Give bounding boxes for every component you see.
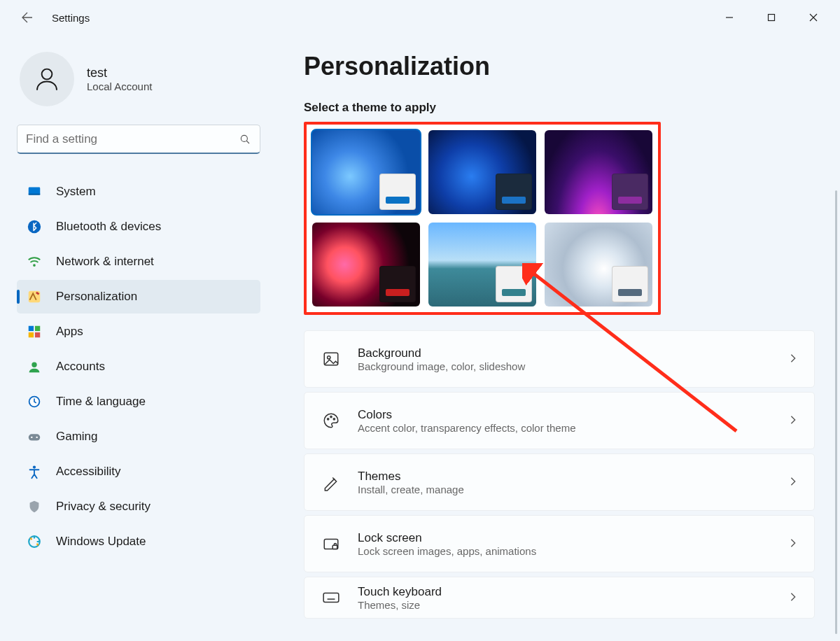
sidebar-item-personalization[interactable]: Personalization [17,280,260,314]
sidebar-item-label: Windows Update [56,535,146,549]
background-icon [321,349,341,369]
theme-grid [304,122,661,315]
gaming-icon [27,429,42,444]
accessibility-icon [27,464,42,479]
theme-tile-6[interactable] [545,223,652,307]
search-input[interactable] [26,132,239,146]
setting-title: Background [358,346,772,360]
sidebar-item-privacy[interactable]: Privacy & security [17,490,260,523]
sidebar-item-bluetooth[interactable]: Bluetooth & devices [17,210,260,244]
sidebar-item-label: Apps [56,325,83,339]
sidebar-item-update[interactable]: Windows Update [17,525,260,558]
svg-point-19 [31,437,32,438]
sidebar-item-label: System [56,185,96,199]
setting-title: Touch keyboard [358,585,772,599]
back-button[interactable] [17,7,38,28]
sidebar-item-network[interactable]: Network & internet [17,245,260,279]
time-icon [27,394,42,409]
minimize-button[interactable] [708,3,750,31]
setting-themes[interactable]: Themes Install, create, manage [304,453,815,511]
setting-sub: Install, create, manage [358,484,772,495]
personalization-icon [27,289,42,304]
person-icon [32,64,62,94]
sidebar-item-label: Bluetooth & devices [56,220,161,234]
setting-title: Lock screen [358,531,772,545]
setting-sub: Background image, color, slideshow [358,360,772,372]
setting-colors[interactable]: Colors Accent color, transparency effect… [304,392,815,449]
apps-icon [27,324,42,339]
svg-point-2 [42,69,52,80]
chevron-right-icon [789,592,797,604]
lock-icon [321,534,341,554]
user-profile[interactable]: test Local Account [20,52,260,106]
theme-tile-4[interactable] [312,223,420,307]
svg-point-3 [241,135,247,141]
svg-point-26 [330,416,332,418]
svg-point-25 [328,418,329,420]
privacy-icon [27,499,42,514]
update-icon [27,534,42,549]
theme-tile-3[interactable] [545,130,652,214]
theme-tile-1[interactable] [312,130,420,214]
svg-point-24 [328,356,330,359]
sidebar-item-gaming[interactable]: Gaming [17,420,260,453]
sidebar-item-accounts[interactable]: Accounts [17,350,260,383]
setting-lock[interactable]: Lock screen Lock screen images, apps, an… [304,515,815,572]
network-icon [27,254,42,269]
sidebar-item-accessibility[interactable]: Accessibility [17,455,260,488]
avatar [20,52,74,106]
chevron-right-icon [789,415,797,427]
setting-sub: Lock screen images, apps, animations [358,545,772,557]
svg-point-8 [33,264,36,267]
sidebar-item-apps[interactable]: Apps [17,315,260,348]
profile-sub: Local Account [87,80,152,92]
sidebar-item-label: Accounts [56,360,105,374]
svg-rect-1 [769,15,775,21]
sidebar-item-label: Personalization [56,290,137,304]
svg-rect-29 [332,545,337,549]
system-icon [27,184,42,199]
setting-title: Themes [358,470,772,484]
svg-rect-12 [35,326,40,331]
sidebar-item-system[interactable]: System [17,175,260,209]
svg-point-21 [33,465,36,468]
svg-point-20 [36,437,37,438]
maximize-button[interactable] [750,3,792,31]
svg-rect-18 [29,434,41,440]
accounts-icon [27,359,42,374]
search-icon [239,133,251,146]
theme-tile-2[interactable] [428,130,536,214]
keyboard-icon [321,588,341,607]
setting-sub: Accent color, transparency effects, colo… [358,422,772,434]
svg-rect-14 [35,332,40,337]
bluetooth-icon [27,219,42,234]
svg-point-27 [333,418,335,420]
chevron-right-icon [789,477,797,488]
scrollbar[interactable] [835,190,837,634]
sidebar-item-label: Time & language [56,395,146,409]
search-box[interactable] [17,125,260,154]
sidebar-item-label: Privacy & security [56,500,150,514]
svg-rect-30 [323,593,339,603]
themes-icon [321,472,341,492]
app-title: Settings [52,12,90,24]
svg-rect-13 [29,332,34,337]
setting-background[interactable]: Background Background image, color, slid… [304,330,815,388]
close-button[interactable] [792,3,834,31]
setting-keyboard[interactable]: Touch keyboard Themes, size [304,577,815,619]
colors-icon [321,411,341,430]
chevron-right-icon [789,538,797,550]
svg-rect-6 [29,194,41,195]
svg-line-4 [246,141,249,143]
setting-title: Colors [358,408,772,422]
sidebar-item-label: Accessibility [56,465,121,479]
setting-sub: Themes, size [358,599,772,611]
sidebar-item-label: Gaming [56,430,98,444]
page-title: Personalization [304,52,826,81]
svg-point-15 [31,362,36,367]
theme-tile-5[interactable] [428,223,536,307]
profile-name: test [87,66,152,80]
sidebar-item-label: Network & internet [56,255,154,269]
theme-section-label: Select a theme to apply [304,101,826,115]
sidebar-item-time[interactable]: Time & language [17,385,260,418]
